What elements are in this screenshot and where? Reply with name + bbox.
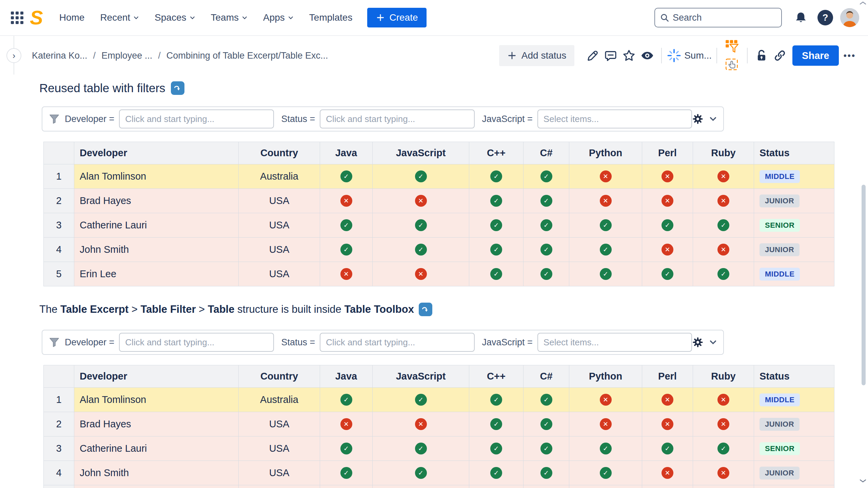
check-icon: ✓ bbox=[415, 244, 427, 256]
user-avatar[interactable] bbox=[840, 8, 859, 27]
chevron-down-icon bbox=[242, 12, 248, 23]
skill-cell: ✕ bbox=[693, 461, 754, 485]
check-icon: ✓ bbox=[600, 443, 612, 454]
status-cell: JUNIOR bbox=[754, 238, 834, 262]
row-number-cell: 3 bbox=[44, 213, 74, 238]
page-bar: › Katerina Ko.../Employee .../Combining … bbox=[0, 35, 868, 76]
nav-item-teams[interactable]: Teams bbox=[211, 12, 248, 23]
skill-cell: ✓ bbox=[320, 238, 373, 262]
copy-link-icon[interactable] bbox=[771, 46, 789, 65]
check-icon: ✓ bbox=[415, 219, 427, 231]
main-nav: HomeRecentSpacesTeamsAppsTemplates bbox=[59, 12, 353, 23]
breadcrumb-item-1[interactable]: Katerina Ko... bbox=[32, 50, 87, 61]
breadcrumb-item-3[interactable]: Combining of Table Excerpt/Table Exc... bbox=[166, 50, 328, 61]
gear-icon[interactable] bbox=[692, 337, 704, 348]
handy-macros-app-icon[interactable] bbox=[724, 56, 740, 73]
check-icon: ✓ bbox=[340, 443, 352, 454]
check-icon: ✓ bbox=[600, 244, 612, 256]
breadcrumb-item-2[interactable]: Employee ... bbox=[101, 50, 152, 61]
nav-item-spaces[interactable]: Spaces bbox=[155, 12, 195, 23]
table-row: 5Erin LeeUSA✕✕✓✓✓✓✓MIDDLE bbox=[44, 262, 834, 286]
app-switcher-icon[interactable] bbox=[9, 9, 25, 26]
top-navigation: S HomeRecentSpacesTeamsAppsTemplates Cre… bbox=[0, 0, 868, 35]
nav-item-label: Templates bbox=[309, 12, 353, 23]
developer-filter-input[interactable] bbox=[119, 333, 274, 352]
skill-cell: ✓ bbox=[524, 262, 569, 286]
javascript-filter-select[interactable] bbox=[537, 109, 692, 128]
skill-cell: ✓ bbox=[569, 213, 642, 238]
more-actions-button[interactable]: ••• bbox=[844, 50, 856, 61]
share-button[interactable]: Share bbox=[792, 45, 839, 66]
notifications-bell-icon[interactable] bbox=[791, 8, 810, 27]
watch-eye-icon[interactable] bbox=[638, 46, 656, 65]
skill-cell: ✓ bbox=[373, 164, 469, 189]
skill-cell: ✓ bbox=[693, 213, 754, 238]
status-badge: JUNIOR bbox=[760, 467, 800, 480]
brand-logo[interactable]: S bbox=[30, 8, 43, 27]
status-filter-input[interactable] bbox=[320, 109, 474, 128]
search-box[interactable] bbox=[654, 8, 782, 27]
skill-cell: ✓ bbox=[524, 164, 569, 189]
developer-cell: Alan Tomlinson bbox=[74, 388, 239, 412]
scroll-up-arrow[interactable] bbox=[859, 1, 867, 6]
chevron-down-icon[interactable] bbox=[709, 115, 717, 123]
developer-cell: Brad Hayes bbox=[74, 412, 239, 436]
skill-cell: ✕ bbox=[569, 164, 642, 189]
reused-table: DeveloperCountryJavaJavaScriptC++C#Pytho… bbox=[43, 142, 834, 286]
edit-pencil-icon[interactable] bbox=[583, 46, 601, 65]
row-number-cell: 1 bbox=[44, 164, 74, 189]
skill-cell: ✕ bbox=[693, 164, 754, 189]
column-header-c: C++ bbox=[469, 142, 524, 164]
add-status-button[interactable]: Add status bbox=[499, 45, 574, 66]
status-cell: SENIOR bbox=[754, 213, 834, 238]
check-icon: ✓ bbox=[415, 467, 427, 479]
skill-cell: ✓ bbox=[373, 461, 469, 485]
gear-icon[interactable] bbox=[692, 113, 704, 125]
cross-icon: ✕ bbox=[662, 170, 673, 182]
row-number-cell: 3 bbox=[44, 436, 74, 461]
developer-cell: Catherine Lauri bbox=[74, 213, 239, 238]
javascript-filter-select[interactable] bbox=[537, 333, 692, 352]
nav-item-templates[interactable]: Templates bbox=[309, 12, 353, 23]
status-badge: MIDDLE bbox=[760, 268, 800, 281]
reused-table-filter-bar: Developer =Status =JavaScript = bbox=[42, 106, 724, 131]
skill-cell: ✓ bbox=[469, 485, 524, 488]
check-icon: ✓ bbox=[540, 219, 552, 231]
skill-cell: ✓ bbox=[320, 164, 373, 189]
nav-item-apps[interactable]: Apps bbox=[263, 12, 294, 23]
status-filter-input[interactable] bbox=[320, 333, 474, 352]
toolbar-divider bbox=[747, 48, 748, 63]
vertical-scrollbar-thumb[interactable] bbox=[862, 185, 866, 385]
scroll-down-arrow[interactable] bbox=[859, 479, 867, 484]
developer-filter-input[interactable] bbox=[119, 109, 274, 128]
table-filter-app-icon[interactable] bbox=[724, 39, 740, 55]
nav-item-recent[interactable]: Recent bbox=[100, 12, 139, 23]
help-icon[interactable]: ? bbox=[816, 8, 835, 27]
check-icon: ✓ bbox=[540, 443, 552, 454]
column-header-perl: Perl bbox=[642, 142, 693, 164]
nav-item-home[interactable]: Home bbox=[59, 12, 85, 23]
cross-icon: ✕ bbox=[662, 418, 673, 430]
star-favorite-icon[interactable] bbox=[620, 46, 638, 65]
curved-down-arrow-emoji-icon bbox=[419, 303, 432, 316]
filter-label-developer: Developer = bbox=[65, 337, 114, 348]
filter-label-status: Status = bbox=[281, 114, 315, 124]
chevron-down-icon[interactable] bbox=[709, 338, 717, 346]
paragraph-plain-text: structure is built inside bbox=[234, 303, 344, 315]
cross-icon: ✕ bbox=[717, 244, 729, 256]
skill-cell: ✕ bbox=[642, 238, 693, 262]
developer-cell: John Smith bbox=[74, 238, 239, 262]
paragraph-plain-text: The bbox=[39, 303, 60, 315]
ai-summarize-button[interactable]: Sum... bbox=[667, 48, 712, 63]
check-icon: ✓ bbox=[340, 170, 352, 182]
unlock-icon[interactable] bbox=[752, 46, 771, 65]
create-button[interactable]: Create bbox=[367, 8, 427, 27]
skill-cell: ✓ bbox=[320, 461, 373, 485]
search-input[interactable] bbox=[673, 13, 776, 23]
sidebar-expand-button[interactable]: › bbox=[6, 48, 21, 63]
skill-cell: ✓ bbox=[524, 412, 569, 436]
comment-icon[interactable] bbox=[601, 46, 620, 65]
check-icon: ✓ bbox=[415, 443, 427, 454]
cross-icon: ✕ bbox=[340, 268, 352, 280]
skill-cell: ✕ bbox=[569, 388, 642, 412]
